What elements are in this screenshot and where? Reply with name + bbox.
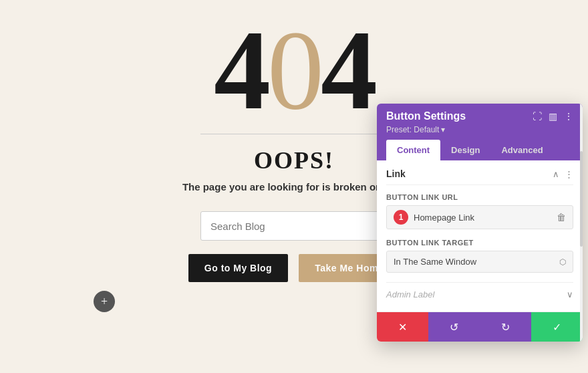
clear-field-icon[interactable]: 🗑 [557, 212, 566, 223]
panel-preset[interactable]: Preset: Default ▾ [386, 125, 573, 134]
collapse-icon[interactable]: ∧ [553, 169, 559, 179]
fullscreen-icon[interactable]: ⛶ [533, 111, 542, 122]
reset-button[interactable]: ↺ [428, 312, 480, 342]
oops-heading: OOPS! [254, 146, 334, 174]
section-icons: ∧ ⋮ [553, 169, 573, 179]
homepage-link-value: Homepage Link [414, 213, 557, 223]
panel-tabs: Content Design Advanced [386, 140, 573, 160]
section-more-icon[interactable]: ⋮ [565, 169, 573, 179]
cancel-button[interactable]: ✕ [377, 312, 428, 342]
panel-header: Button Settings ⛶ ▥ ⋮ Preset: Default ▾ … [377, 104, 583, 160]
panel-header-icons: ⛶ ▥ ⋮ [533, 111, 573, 122]
cancel-icon: ✕ [398, 321, 407, 334]
link-target-select[interactable]: In The Same Window ⬡ [386, 251, 573, 273]
plus-icon: + [101, 295, 108, 307]
panel-header-top: Button Settings ⛶ ▥ ⋮ [386, 110, 573, 122]
more-icon[interactable]: ⋮ [564, 111, 573, 122]
digit-4-left: 4 [214, 13, 267, 127]
panel-title: Button Settings [386, 110, 466, 122]
panel-footer: ✕ ↺ ↻ ✓ [377, 312, 583, 342]
error-404-display: 4 0 4 [214, 13, 374, 127]
tab-content[interactable]: Content [386, 140, 440, 160]
link-section-header: Link ∧ ⋮ [386, 168, 573, 185]
button-link-url-label: Button Link URL [386, 193, 573, 201]
divider [200, 134, 388, 134]
admin-label-row[interactable]: Admin Label ∨ [386, 282, 573, 303]
columns-icon[interactable]: ▥ [549, 111, 557, 122]
digit-4-right: 4 [321, 13, 374, 127]
select-arrow-icon: ⬡ [559, 257, 566, 267]
panel-body: Link ∧ ⋮ Button Link URL 1 Homepage Link… [377, 160, 583, 312]
tab-advanced[interactable]: Advanced [490, 140, 553, 160]
save-icon: ✓ [553, 321, 561, 334]
badge-number: 1 [394, 210, 408, 225]
button-link-target-label: Button Link Target [386, 239, 573, 247]
scroll-track [580, 104, 583, 342]
digit-0-middle: 0 [267, 13, 321, 127]
action-buttons-row: Go to My Blog Take Me Home [188, 254, 400, 282]
search-input[interactable] [200, 211, 388, 241]
redo-icon: ↻ [501, 321, 510, 334]
link-target-value: In The Same Window [394, 257, 559, 267]
save-button[interactable]: ✓ [531, 312, 583, 342]
redo-button[interactable]: ↻ [480, 312, 531, 342]
admin-label-text: Admin Label [386, 289, 434, 299]
add-block-button[interactable]: + [94, 291, 115, 312]
go-to-blog-button[interactable]: Go to My Blog [188, 254, 288, 282]
reset-icon: ↺ [450, 321, 458, 334]
link-section-title: Link [386, 168, 406, 179]
preset-chevron-icon: ▾ [441, 125, 445, 134]
admin-chevron-icon: ∨ [567, 289, 573, 299]
scroll-thumb[interactable] [580, 151, 583, 246]
button-link-url-field[interactable]: 1 Homepage Link 🗑 [386, 205, 573, 229]
error-description: The page you are looking for is broken o… [182, 181, 406, 193]
button-settings-panel: Button Settings ⛶ ▥ ⋮ Preset: Default ▾ … [377, 104, 583, 342]
tab-design[interactable]: Design [440, 140, 490, 160]
